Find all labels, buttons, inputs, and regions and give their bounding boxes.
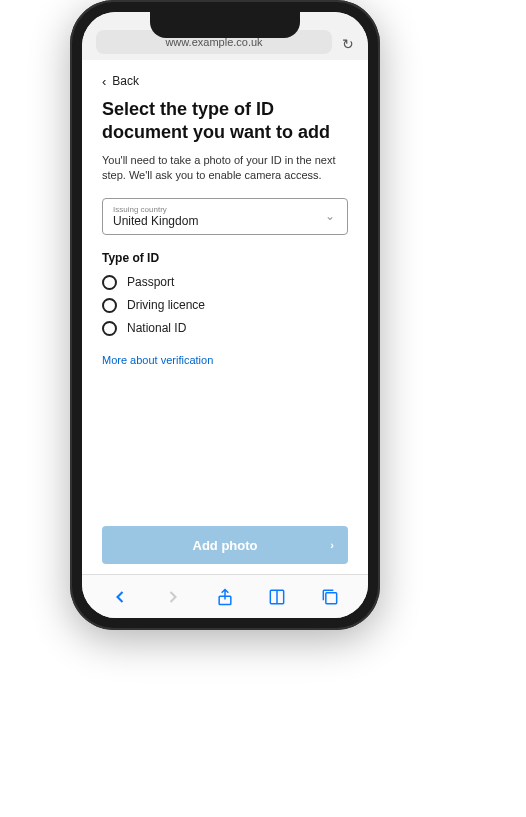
page-subtitle: You'll need to take a photo of your ID i… [102, 153, 348, 184]
tabs-icon[interactable] [320, 587, 340, 607]
id-type-radio-group: Passport Driving licence National ID [102, 275, 348, 344]
share-icon[interactable] [215, 587, 235, 607]
chevron-left-icon: ‹ [102, 75, 106, 88]
phone-frame: www.example.co.uk ↻ ‹ Back Select the ty… [70, 0, 380, 630]
radio-option-national-id[interactable]: National ID [102, 321, 348, 336]
chevron-right-icon: › [330, 539, 334, 551]
bookmarks-icon[interactable] [267, 587, 287, 607]
radio-label: National ID [127, 321, 186, 335]
safari-toolbar [82, 574, 368, 618]
issuing-country-select[interactable]: Issuing country United Kingdom ⌄ [102, 198, 348, 235]
more-about-verification-link[interactable]: More about verification [102, 354, 348, 366]
browser-forward-icon[interactable] [163, 587, 183, 607]
country-field-label: Issuing country [113, 205, 337, 214]
add-photo-label: Add photo [193, 538, 258, 553]
phone-screen: www.example.co.uk ↻ ‹ Back Select the ty… [82, 12, 368, 618]
radio-icon [102, 298, 117, 313]
radio-label: Passport [127, 275, 174, 289]
back-label: Back [112, 74, 139, 88]
radio-icon [102, 275, 117, 290]
back-button[interactable]: ‹ Back [102, 74, 348, 88]
add-photo-button[interactable]: Add photo › [102, 526, 348, 564]
radio-icon [102, 321, 117, 336]
browser-back-icon[interactable] [110, 587, 130, 607]
radio-option-passport[interactable]: Passport [102, 275, 348, 290]
type-of-id-label: Type of ID [102, 251, 348, 265]
spacer [102, 366, 348, 526]
refresh-icon[interactable]: ↻ [342, 36, 354, 54]
page-content: ‹ Back Select the type of ID document yo… [82, 60, 368, 574]
radio-option-driving-licence[interactable]: Driving licence [102, 298, 348, 313]
phone-notch [150, 12, 300, 38]
chevron-down-icon: ⌄ [325, 209, 335, 223]
svg-rect-3 [326, 592, 337, 603]
page-title: Select the type of ID document you want … [102, 98, 348, 143]
radio-label: Driving licence [127, 298, 205, 312]
country-field-value: United Kingdom [113, 214, 337, 228]
